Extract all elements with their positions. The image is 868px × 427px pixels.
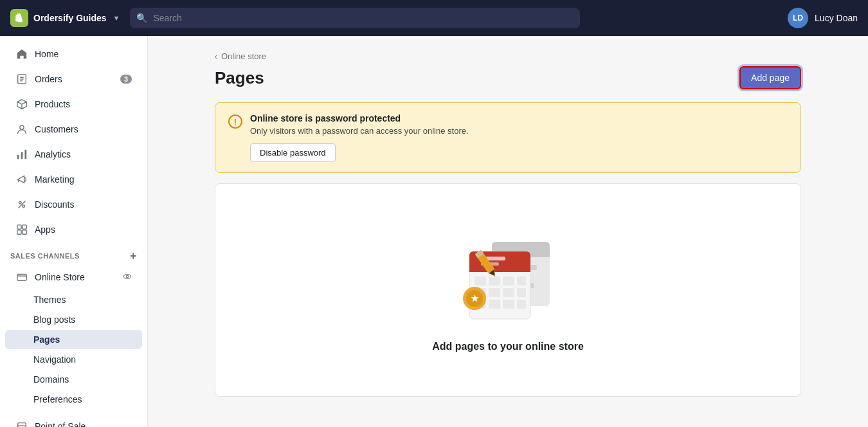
- svg-rect-20: [23, 230, 26, 234]
- apps-icon: [15, 223, 28, 236]
- domains-label: Domains: [33, 374, 69, 385]
- avatar[interactable]: LD: [788, 8, 808, 28]
- svg-rect-27: [18, 423, 26, 427]
- main-content: ‹ Online store Pages Add page ! Online s…: [148, 36, 868, 427]
- svg-rect-45: [489, 277, 500, 286]
- sidebar-label-discounts: Discounts: [35, 199, 74, 210]
- search-bar: 🔍: [130, 8, 580, 28]
- svg-rect-51: [517, 288, 526, 297]
- svg-rect-19: [17, 230, 21, 234]
- warning-content: Online store is password protected Only …: [250, 113, 788, 162]
- disable-password-button[interactable]: Disable password: [250, 143, 336, 162]
- orders-badge: 3: [120, 75, 132, 84]
- online-store-label: Online Store: [35, 272, 85, 282]
- user-name: Lucy Doan: [815, 13, 858, 23]
- svg-rect-10: [21, 152, 23, 159]
- svg-rect-46: [503, 277, 514, 286]
- sidebar-label-apps: Apps: [35, 224, 55, 235]
- sidebar-sub-themes[interactable]: Themes: [5, 290, 142, 309]
- empty-state-card: ★ Add pages to your online store: [215, 183, 801, 397]
- svg-rect-12: [24, 177, 26, 181]
- breadcrumb-chevron-icon: ‹: [215, 52, 217, 61]
- sidebar-label-customers: Customers: [35, 124, 78, 134]
- nav-right-area: LD Lucy Doan: [788, 8, 858, 28]
- discounts-icon: [15, 198, 28, 211]
- shopify-logo-icon: [10, 9, 28, 27]
- home-icon: [15, 48, 28, 60]
- sidebar-item-customers[interactable]: Customers: [5, 117, 142, 141]
- customers-icon: [15, 123, 28, 136]
- sidebar-item-discounts[interactable]: Discounts: [5, 192, 142, 217]
- password-warning-banner: ! Online store is password protected Onl…: [215, 102, 801, 173]
- warning-icon: !: [228, 114, 242, 129]
- svg-point-23: [19, 275, 19, 275]
- sidebar-sub-domains[interactable]: Domains: [5, 370, 142, 389]
- svg-rect-9: [17, 155, 19, 159]
- point-of-sale-icon: [15, 420, 28, 427]
- sidebar-item-marketing[interactable]: Marketing: [5, 167, 142, 192]
- sidebar-label-products: Products: [35, 99, 70, 109]
- sidebar-item-point-of-sale[interactable]: Point of Sale: [5, 414, 142, 427]
- sales-channels-header: SALES CHANNELS +: [0, 242, 147, 264]
- sidebar-sub-preferences[interactable]: Preferences: [5, 390, 142, 409]
- breadcrumb[interactable]: ‹ Online store: [215, 51, 801, 61]
- analytics-icon: [15, 148, 28, 161]
- add-page-button[interactable]: Add page: [739, 66, 801, 89]
- svg-line-6: [17, 102, 22, 104]
- marketing-icon: [15, 173, 28, 186]
- warning-title: Online store is password protected: [250, 113, 788, 123]
- sidebar-label-marketing: Marketing: [35, 174, 74, 185]
- sidebar-item-orders[interactable]: Orders 3: [5, 67, 142, 91]
- pages-label: Pages: [33, 334, 60, 345]
- preferences-label: Preferences: [33, 394, 82, 404]
- products-icon: [15, 98, 28, 111]
- brand-chevron-icon: ▼: [113, 14, 120, 22]
- svg-rect-54: [503, 300, 514, 309]
- sidebar-item-online-store[interactable]: Online Store: [5, 265, 142, 289]
- svg-point-24: [20, 275, 21, 275]
- navigation-label: Navigation: [33, 354, 76, 365]
- sidebar-item-products[interactable]: Products: [5, 92, 142, 116]
- svg-point-15: [23, 205, 25, 208]
- eye-icon[interactable]: [123, 272, 132, 283]
- sidebar-sub-blog-posts[interactable]: Blog posts: [5, 310, 142, 329]
- brand-logo-area[interactable]: Ordersify Guides ▼: [10, 9, 120, 27]
- svg-rect-11: [25, 150, 27, 159]
- sidebar-sub-navigation[interactable]: Navigation: [5, 350, 142, 369]
- sidebar-item-apps[interactable]: Apps: [5, 217, 142, 242]
- svg-rect-47: [517, 277, 526, 286]
- blog-posts-label: Blog posts: [33, 314, 75, 325]
- sidebar-label-analytics: Analytics: [35, 149, 71, 159]
- warning-description: Only visitors with a password can access…: [250, 126, 788, 136]
- sidebar: Home Orders 3 Products Customers: [0, 36, 148, 427]
- sidebar-item-home[interactable]: Home: [5, 42, 142, 66]
- svg-rect-55: [517, 300, 526, 309]
- svg-rect-17: [17, 225, 21, 229]
- orders-icon: [15, 73, 28, 86]
- online-store-icon: [15, 271, 28, 284]
- themes-label: Themes: [33, 295, 66, 305]
- search-icon: 🔍: [136, 13, 147, 23]
- page-title: Pages: [215, 68, 739, 88]
- svg-rect-53: [489, 300, 500, 309]
- add-sales-channel-button[interactable]: +: [130, 250, 137, 262]
- svg-rect-44: [475, 277, 486, 286]
- sidebar-sub-pages[interactable]: Pages: [5, 330, 142, 349]
- sidebar-label-home: Home: [35, 49, 59, 59]
- search-input[interactable]: [130, 8, 580, 28]
- sidebar-label-orders: Orders: [35, 74, 62, 84]
- svg-point-14: [19, 202, 22, 204]
- svg-rect-41: [469, 264, 530, 272]
- svg-point-8: [20, 125, 24, 129]
- svg-rect-49: [489, 288, 500, 297]
- pos-label: Point of Sale: [35, 421, 86, 427]
- top-navigation: Ordersify Guides ▼ 🔍 LD Lucy Doan: [0, 0, 868, 36]
- svg-line-7: [22, 102, 26, 104]
- svg-point-26: [126, 275, 129, 278]
- svg-rect-18: [23, 225, 26, 229]
- svg-point-25: [123, 274, 131, 278]
- svg-rect-50: [503, 288, 514, 297]
- svg-text:★: ★: [471, 293, 479, 304]
- page-header: Pages Add page: [215, 66, 801, 89]
- sidebar-item-analytics[interactable]: Analytics: [5, 142, 142, 167]
